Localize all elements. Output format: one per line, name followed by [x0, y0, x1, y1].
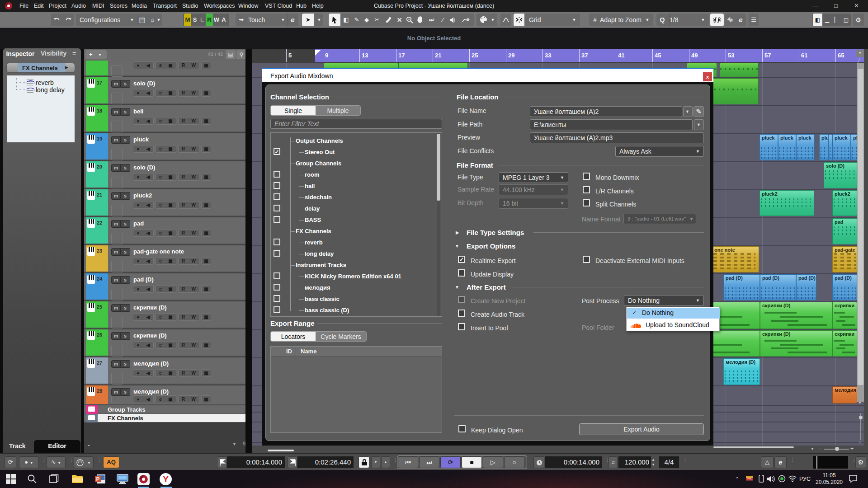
svg-text:P: P	[96, 476, 99, 482]
svg-text:RMC: RMC	[747, 477, 752, 480]
